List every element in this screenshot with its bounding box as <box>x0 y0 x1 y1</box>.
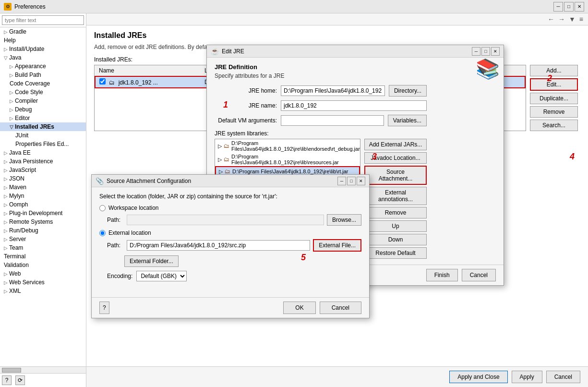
down-btn[interactable]: Down <box>364 234 427 245</box>
back-btn[interactable]: ← <box>547 15 555 23</box>
src-cancel-btn[interactable]: Cancel <box>320 302 361 314</box>
jre-def-desc: Specify attributes for a JRE <box>215 73 427 79</box>
sidebar-item-web-services[interactable]: ▷Web Services <box>0 278 86 287</box>
search-btn[interactable]: Search... <box>530 120 578 131</box>
cancel-btn[interactable]: Cancel <box>546 371 580 383</box>
jre-icon: 📚 <box>476 58 500 80</box>
title-bar: ⚙ Preferences ─ □ ✕ <box>0 0 588 13</box>
apply-close-btn[interactable]: Apply and Close <box>449 371 507 383</box>
sidebar-item-compiler[interactable]: ▷Compiler <box>0 97 86 105</box>
sidebar-item-install-update[interactable]: ▷Install/Update <box>0 45 86 53</box>
sidebar-item-java-persistence[interactable]: ▷Java Persistence <box>0 157 86 166</box>
sidebar-item-remote-systems[interactable]: ▷Remote Systems <box>0 218 86 226</box>
sidebar-item-junit[interactable]: JUnit <box>0 131 86 140</box>
forward-btn[interactable]: → <box>557 15 566 23</box>
edit-btn[interactable]: Edit... <box>530 78 578 91</box>
sidebar-item-java[interactable]: ▽Java <box>0 53 86 62</box>
sidebar-item-json[interactable]: ▷JSON <box>0 174 86 183</box>
variables-btn[interactable]: Variables... <box>388 115 427 126</box>
source-attachment-dialog: 📎 Source Attachment Configuration ─ □ ✕ … <box>91 174 370 318</box>
filter-input[interactable] <box>2 15 84 25</box>
sidebar-item-code-style[interactable]: ▷Code Style <box>0 88 86 97</box>
sidebar-item-appearance[interactable]: ▷Appearance <box>0 62 86 71</box>
help-icon-btn[interactable]: ? <box>2 375 12 385</box>
edit-jre-close[interactable]: ✕ <box>491 47 500 56</box>
sidebar-item-xml[interactable]: ▷XML <box>0 287 86 295</box>
jre-checkbox[interactable] <box>99 78 106 85</box>
src-help-btn[interactable]: ? <box>99 302 109 314</box>
sidebar-item-installed-jres[interactable]: ▽Installed JREs <box>0 122 86 131</box>
workspace-radio[interactable] <box>99 205 106 211</box>
sidebar-item-team[interactable]: ▷Team <box>0 243 86 252</box>
edit-jre-title: Edit JRE <box>222 48 244 55</box>
nav-down-btn[interactable]: ▼ <box>568 15 576 23</box>
external-location-label: External location <box>108 230 151 236</box>
jre-name-label: JRE name: <box>215 102 277 109</box>
edit-jre-remove-btn[interactable]: Remove <box>364 207 427 218</box>
workspace-path-input[interactable] <box>127 215 324 225</box>
nav-menu-btn[interactable]: ≡ <box>578 15 584 23</box>
lib-item-0[interactable]: ▷🗂 D:\Program Files\Java64\jdk1.8.0_192\… <box>215 139 360 153</box>
lib-item-1[interactable]: ▷🗂 D:\Program Files\Java64\jdk1.8.0_192\… <box>215 153 360 166</box>
close-btn[interactable]: ✕ <box>575 2 584 12</box>
src-attach-title: Source Attachment Configuration <box>107 178 191 184</box>
external-file-btn[interactable]: External File... <box>313 239 361 252</box>
app-icon: ⚙ <box>4 3 12 11</box>
encoding-select[interactable]: Default (GBK) UTF-8 ISO-8859-1 <box>136 271 187 281</box>
browse-btn[interactable]: Browse... <box>327 214 361 226</box>
external-folder-btn[interactable]: External Folder... <box>124 255 179 267</box>
sidebar-item-javascript[interactable]: ▷JavaScript <box>0 166 86 174</box>
minimize-btn[interactable]: ─ <box>553 2 563 12</box>
restore-default-btn[interactable]: Restore Default <box>364 247 427 259</box>
jre-home-label: JRE home: <box>215 87 277 94</box>
apply-btn[interactable]: Apply <box>512 371 542 383</box>
jre-home-input[interactable] <box>281 85 385 96</box>
javadoc-location-btn[interactable]: Javadoc Location... <box>364 152 427 164</box>
src-attach-maximize[interactable]: □ <box>347 177 356 185</box>
sidebar-item-oomph[interactable]: ▷Oomph <box>0 200 86 209</box>
sidebar-item-code-coverage[interactable]: Code Coverage <box>0 79 86 88</box>
sidebar-item-server[interactable]: ▷Server <box>0 235 86 243</box>
sidebar-item-java-ee[interactable]: ▷Java EE <box>0 148 86 157</box>
content-area: ← → ▼ ≡ Installed JREs Add, remove or ed… <box>86 13 588 387</box>
src-attach-close[interactable]: ✕ <box>357 177 365 185</box>
default-vm-input[interactable] <box>281 115 384 126</box>
add-ext-jars-btn[interactable]: Add External JARs... <box>364 139 427 150</box>
edit-jre-maximize[interactable]: □ <box>481 47 490 56</box>
ok-btn[interactable]: OK <box>283 302 315 314</box>
sidebar-item-properties-files[interactable]: Properties Files Ed... <box>0 140 86 148</box>
default-vm-label: Default VM arguments: <box>215 117 277 124</box>
content-toolbar: ← → ▼ ≡ <box>86 13 588 25</box>
src-attach-minimize[interactable]: ─ <box>337 177 346 185</box>
sidebar-item-help[interactable]: Help <box>0 36 86 45</box>
sidebar-item-maven[interactable]: ▷Maven <box>0 183 86 192</box>
edit-jre-cancel-btn[interactable]: Cancel <box>462 269 496 281</box>
external-path-input[interactable] <box>127 240 310 251</box>
directory-btn[interactable]: Directory... <box>389 85 427 97</box>
sidebar-item-editor[interactable]: ▷Editor <box>0 114 86 122</box>
external-radio[interactable] <box>99 230 106 236</box>
restore-defaults-btn[interactable]: ⟳ <box>15 375 25 385</box>
sidebar-item-validation[interactable]: Validation <box>0 261 86 269</box>
jre-name-input[interactable] <box>281 100 427 111</box>
sidebar-item-debug[interactable]: ▷Debug <box>0 105 86 114</box>
external-annotations-btn[interactable]: External annotations... <box>364 187 427 205</box>
annotation-4: 4 <box>570 152 575 162</box>
edit-jre-minimize[interactable]: ─ <box>472 47 480 56</box>
duplicate-btn[interactable]: Duplicate... <box>530 93 578 104</box>
add-btn[interactable]: Add... <box>530 65 578 76</box>
source-attachment-btn[interactable]: Source Attachment... <box>364 166 427 185</box>
sidebar-item-mylyn[interactable]: ▷Mylyn <box>0 192 86 200</box>
sidebar-tree: ▷Gradle Help ▷Install/Update ▽Java ▷Appe… <box>0 27 86 366</box>
panel-title: Installed JREs <box>94 31 580 40</box>
sidebar-item-run-debug[interactable]: ▷Run/Debug <box>0 226 86 235</box>
finish-btn[interactable]: Finish <box>426 269 458 281</box>
sidebar-item-plug-in-development[interactable]: ▷Plug-in Development <box>0 209 86 218</box>
sidebar-item-build-path[interactable]: ▷Build Path <box>0 71 86 79</box>
remove-btn[interactable]: Remove <box>530 106 578 118</box>
maximize-btn[interactable]: □ <box>564 2 574 12</box>
up-btn[interactable]: Up <box>364 220 427 232</box>
sidebar-item-terminal[interactable]: Terminal <box>0 252 86 261</box>
sidebar-item-gradle[interactable]: ▷Gradle <box>0 27 86 36</box>
sidebar-item-web[interactable]: ▷Web <box>0 269 86 278</box>
